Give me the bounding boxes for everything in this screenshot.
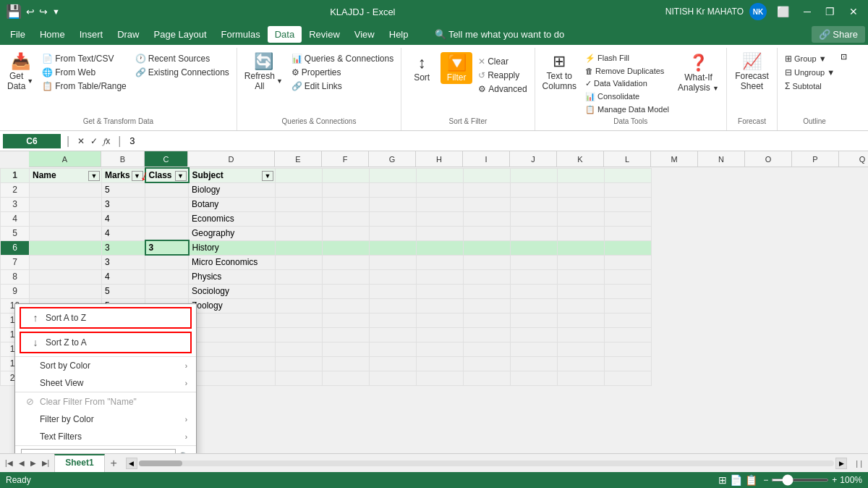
- add-sheet-btn[interactable]: +: [105, 454, 123, 472]
- cell-f11[interactable]: [323, 313, 370, 327]
- cell-g14[interactable]: [370, 356, 417, 371]
- cell-e1[interactable]: [276, 168, 323, 182]
- cell-g12[interactable]: [370, 327, 417, 342]
- col-header-f[interactable]: F: [322, 151, 369, 167]
- cell-a7[interactable]: [30, 255, 102, 269]
- cell-g2[interactable]: [370, 182, 417, 197]
- cell-h12[interactable]: [417, 327, 464, 342]
- remove-duplicates-btn[interactable]: 🗑 Remove Duplicates: [582, 65, 672, 77]
- cell-g13[interactable]: [370, 342, 417, 356]
- cell-j10[interactable]: [511, 298, 558, 313]
- cell-c5[interactable]: [145, 226, 189, 240]
- cell-f2[interactable]: [323, 182, 370, 197]
- cell-i5[interactable]: [464, 226, 511, 240]
- cell-f5[interactable]: [323, 226, 370, 240]
- sheet-first-btn[interactable]: |◀: [3, 458, 15, 468]
- cancel-formula-btn[interactable]: ✕: [75, 135, 87, 147]
- cell-j5[interactable]: [511, 226, 558, 240]
- cell-f24[interactable]: [323, 371, 370, 385]
- ungroup-btn[interactable]: ⊟ Ungroup ▼: [782, 66, 838, 79]
- cell-j1[interactable]: [511, 168, 558, 182]
- col-header-c[interactable]: C: [145, 151, 188, 167]
- h-scroll-thumb[interactable]: [139, 460, 182, 466]
- cell-a4[interactable]: [30, 211, 102, 226]
- from-web-btn[interactable]: 🌐 From Web: [39, 66, 129, 79]
- cell-d14[interactable]: [189, 356, 276, 371]
- cell-c8[interactable]: [145, 269, 189, 284]
- cell-k9[interactable]: [558, 284, 605, 298]
- cell-h9[interactable]: [417, 284, 464, 298]
- row-num-7[interactable]: 7: [1, 255, 30, 269]
- col-header-l[interactable]: L: [604, 151, 651, 167]
- cell-j7[interactable]: [511, 255, 558, 269]
- ribbon-collapse-btn[interactable]: ⬜: [773, 4, 793, 19]
- zoom-in-btn[interactable]: +: [832, 475, 837, 485]
- clear-filter-item[interactable]: ⊘ Clear Filter From "Name": [15, 392, 196, 411]
- cell-f10[interactable]: [323, 298, 370, 313]
- cell-f9[interactable]: [323, 284, 370, 298]
- cell-k13[interactable]: [558, 342, 605, 356]
- name-filter-btn[interactable]: ▼: [88, 171, 100, 181]
- close-btn[interactable]: ✕: [845, 4, 862, 19]
- cell-g1[interactable]: [370, 168, 417, 182]
- cell-f3[interactable]: [323, 197, 370, 211]
- name-box[interactable]: [3, 134, 61, 148]
- cell-h24[interactable]: [417, 371, 464, 385]
- cell-c6[interactable]: 3: [145, 240, 189, 255]
- confirm-formula-btn[interactable]: ✓: [88, 135, 100, 147]
- cell-k8[interactable]: [558, 269, 605, 284]
- cell-e7[interactable]: [276, 255, 323, 269]
- cell-l8[interactable]: [605, 269, 652, 284]
- cell-j2[interactable]: [511, 182, 558, 197]
- cell-l24[interactable]: [605, 371, 652, 385]
- cell-j14[interactable]: [511, 356, 558, 371]
- cell-l14[interactable]: [605, 356, 652, 371]
- cell-k4[interactable]: [558, 211, 605, 226]
- cell-b3[interactable]: 3: [102, 197, 145, 211]
- cell-k12[interactable]: [558, 327, 605, 342]
- menu-formulas[interactable]: Formulas: [214, 26, 268, 43]
- cell-g8[interactable]: [370, 269, 417, 284]
- cell-l11[interactable]: [605, 313, 652, 327]
- cell-k24[interactable]: [558, 371, 605, 385]
- cell-d10[interactable]: Zoology: [189, 298, 276, 313]
- cell-l6[interactable]: [605, 240, 652, 255]
- menu-insert[interactable]: Insert: [72, 26, 111, 43]
- cell-d5[interactable]: Geography: [189, 226, 276, 240]
- cell-c7[interactable]: [145, 255, 189, 269]
- filter-search-input[interactable]: [21, 449, 176, 453]
- col-header-p[interactable]: P: [792, 151, 839, 167]
- h-scroll-track[interactable]: [139, 460, 834, 466]
- from-text-csv-btn[interactable]: 📄 From Text/CSV: [39, 52, 129, 65]
- cell-h8[interactable]: [417, 269, 464, 284]
- cell-d13[interactable]: [189, 342, 276, 356]
- cell-i10[interactable]: [464, 298, 511, 313]
- cell-d11[interactable]: [189, 313, 276, 327]
- cell-f4[interactable]: [323, 211, 370, 226]
- cell-j3[interactable]: [511, 197, 558, 211]
- col-header-q[interactable]: Q: [839, 151, 868, 167]
- redo-btn[interactable]: ↪: [39, 6, 48, 17]
- cell-l9[interactable]: [605, 284, 652, 298]
- cell-i12[interactable]: [464, 327, 511, 342]
- cell-d12[interactable]: [189, 327, 276, 342]
- consolidate-btn[interactable]: 📊 Consolidate: [582, 91, 672, 103]
- sheet-view-item[interactable]: Sheet View ›: [15, 374, 196, 392]
- cell-l10[interactable]: [605, 298, 652, 313]
- class-filter-btn[interactable]: ▼: [175, 171, 187, 181]
- undo-btn[interactable]: ↩: [26, 6, 35, 17]
- cell-i14[interactable]: [464, 356, 511, 371]
- cell-f1[interactable]: [323, 168, 370, 182]
- menu-home[interactable]: Home: [33, 26, 72, 43]
- cell-b5[interactable]: 4: [102, 226, 145, 240]
- cell-h6[interactable]: [417, 240, 464, 255]
- cell-l4[interactable]: [605, 211, 652, 226]
- cell-i8[interactable]: [464, 269, 511, 284]
- cell-f8[interactable]: [323, 269, 370, 284]
- from-table-btn[interactable]: 📋 From Table/Range: [39, 80, 129, 93]
- sort-za-item[interactable]: ↓ Sort Z to A: [20, 332, 192, 353]
- cell-h2[interactable]: [417, 182, 464, 197]
- cell-a5[interactable]: [30, 226, 102, 240]
- text-to-columns-btn[interactable]: ⊞ Text toColumns: [540, 51, 579, 93]
- cell-l7[interactable]: [605, 255, 652, 269]
